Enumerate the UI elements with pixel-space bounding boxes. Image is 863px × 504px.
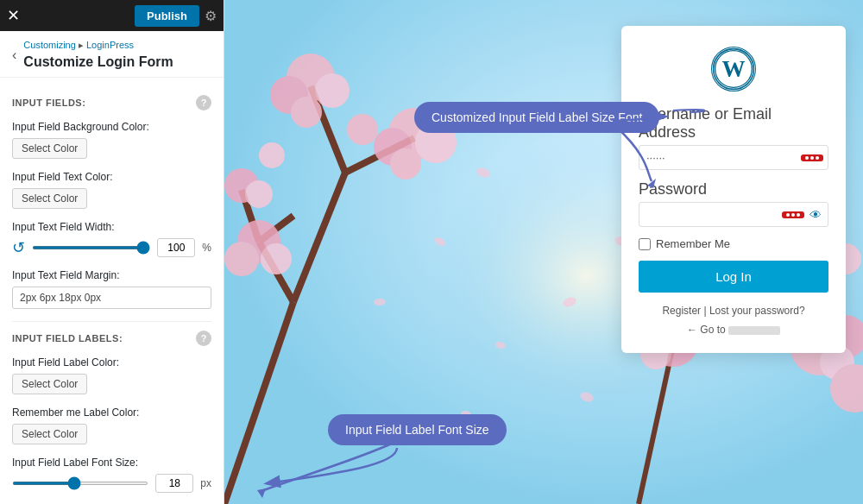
font-size-label: Input Field Label Font Size: [12,457,211,469]
page-title: Customize Login Form [23,54,173,70]
input-fields-title: INPUT FIELDS: [12,98,85,108]
wordpress-logo-icon: W [711,47,756,91]
svg-point-17 [315,73,350,108]
svg-point-29 [261,243,292,274]
goto-row: ← Go to [639,324,828,336]
wp-logo: W [639,47,828,91]
username-dots-icon [801,154,823,161]
width-reset-icon[interactable]: ↺ [12,240,25,255]
remember-checkbox[interactable] [639,238,651,250]
username-input-wrapper [639,145,828,170]
input-fields-help-icon[interactable]: ? [196,95,211,110]
bottom-tooltip-bubble: Input Field Label Font Size [328,414,507,445]
breadcrumb-trail: Customizing ▸ LoginPress [23,40,173,51]
password-input-wrapper: 👁 [639,202,828,227]
svg-point-28 [224,242,259,276]
username-input[interactable] [639,145,828,170]
font-size-value-input[interactable] [155,474,193,493]
font-size-slider[interactable] [12,482,148,485]
remember-color-label: Remember me Label Color: [12,406,211,419]
font-size-group: Input Field Label Font Size: px [12,457,211,493]
settings-button[interactable]: ⚙ [205,8,217,24]
input-fields-section-header: INPUT FIELDS: ? [12,95,211,110]
bg-color-label: Input Field Background Color: [12,121,211,133]
label-color-group: Input Field Label Color: Select Color [12,356,211,394]
username-label: Username or Email Address [639,105,828,142]
goto-label: ← Go to [687,324,728,336]
login-button[interactable]: Log In [639,261,828,293]
width-slider-row: ↺ % [12,238,211,257]
bg-color-group: Input Field Background Color: Select Col… [12,121,211,159]
font-size-unit: px [200,477,211,489]
remember-color-group: Remember me Label Color: Select Color [12,406,211,444]
label-color-label: Input Field Label Color: [12,356,211,369]
publish-button[interactable]: Publish [135,5,199,27]
bg-color-button[interactable]: Select Color [12,138,87,159]
svg-point-24 [245,180,273,208]
panel-content: INPUT FIELDS: ? Input Field Background C… [0,78,224,504]
register-link[interactable]: Register [662,305,701,317]
text-color-group: Input Field Text Color: Select Color [12,171,211,209]
lost-password-link[interactable]: Lost your password? [709,305,805,317]
close-button[interactable]: ✕ [7,8,20,23]
input-labels-help-icon[interactable]: ? [196,331,211,346]
remember-label: Remember Me [656,237,730,250]
top-bar-actions: Publish ⚙ [135,5,217,27]
input-labels-section-header: INPUT FIELD LABELS: ? [12,331,211,346]
breadcrumb-customizing[interactable]: Customizing [23,40,76,50]
margin-group: Input Text Field Margin: [12,269,211,309]
top-bar: ✕ Publish ⚙ [0,0,224,31]
remember-color-button[interactable]: Select Color [12,424,87,444]
font-size-slider-row: px [12,474,211,493]
remember-row: Remember Me [639,237,828,250]
margin-input[interactable] [12,287,211,309]
password-eye-icon[interactable]: 👁 [809,208,822,222]
section-divider [12,321,211,322]
width-unit: % [202,242,211,254]
login-links: Register | Lost your password? [639,305,828,317]
svg-point-18 [291,97,322,128]
input-labels-title: INPUT FIELD LABELS: [12,333,123,343]
main-area: Customized Input Field Label Size Font I… [224,0,863,504]
goto-site-placeholder [728,326,780,335]
password-label: Password [639,180,828,198]
breadcrumb-bar: ‹ Customizing ▸ LoginPress Customize Log… [0,31,224,78]
text-color-button[interactable]: Select Color [12,188,87,209]
top-tooltip-bubble: Customized Input Field Label Size Font [414,102,659,133]
width-label: Input Text Field Width: [12,221,211,233]
width-value-input[interactable] [157,238,195,257]
width-slider[interactable] [32,246,150,249]
svg-text:W: W [721,56,745,82]
margin-label: Input Text Field Margin: [12,269,211,281]
password-dots-icon [782,211,804,218]
svg-point-22 [390,148,421,180]
back-arrow[interactable]: ‹ [12,47,16,63]
svg-point-25 [259,142,285,168]
left-panel: ✕ Publish ⚙ ‹ Customizing ▸ LoginPress C… [0,0,224,504]
breadcrumb-loginpress[interactable]: LoginPress [86,40,134,50]
text-color-label: Input Field Text Color: [12,171,211,183]
width-group: Input Text Field Width: ↺ % [12,221,211,257]
login-card: W Username or Email Address Password 👁 R… [621,26,846,353]
label-color-button[interactable]: Select Color [12,374,87,394]
svg-point-26 [347,114,378,145]
